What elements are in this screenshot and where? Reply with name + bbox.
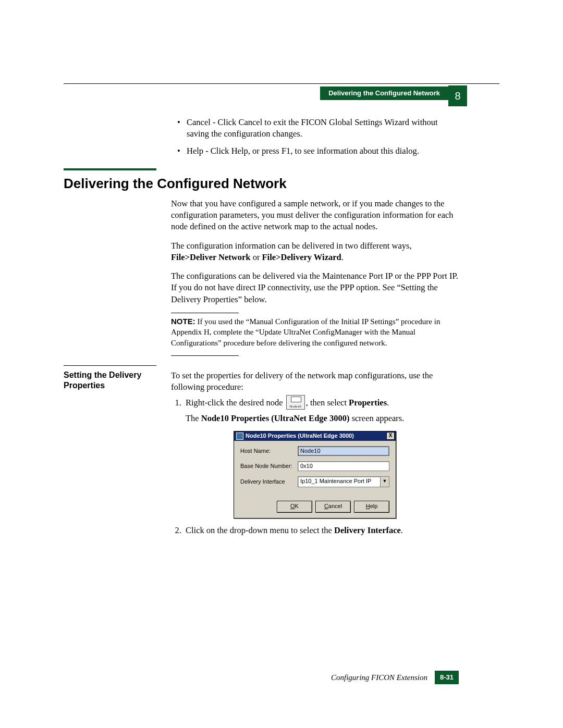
procedure-steps: Right-click the desired node Node10 , th… [171,395,459,536]
section-p2-e: . [341,252,344,262]
subsection-row: Setting the Delivery Properties To set t… [64,370,459,540]
top-rule [64,83,499,84]
node-icon-label: Node10 [287,405,304,409]
chevron-down-icon[interactable]: ▼ [380,477,389,487]
bullet-cancel: Cancel - Click Cancel to exit the FICON … [187,117,459,140]
help-button[interactable]: Help [354,501,389,513]
row-hostname: Host Name: Node10 [240,446,389,456]
section-p2-d: File>Delivery Wizard [262,252,341,262]
footer-text: Configuring FICON Extension [331,672,427,683]
section-heading: Delivering the Configured Network [64,175,459,193]
section-p1: Now that you have configured a sample ne… [171,198,459,233]
intro-bullets: Cancel - Click Cancel to exit the FICON … [171,117,459,157]
dialog-titlebar[interactable]: Node10 Properties (UltraNet Edge 3000) X [234,431,396,441]
chapter-tab: 8 [448,85,467,106]
label-hostname: Host Name: [240,447,298,455]
node-icon-box [291,397,301,402]
close-button[interactable]: X [386,432,395,440]
content: Cancel - Click Cancel to exit the FICON … [64,117,459,665]
step-2: Click on the drop-down menu to select th… [183,525,459,536]
step1-c: Properties [349,398,387,408]
note-label: NOTE: [171,317,195,326]
step2-b: Delivery Interface [334,525,401,535]
select-value: Ip10_1 Maintenance Port IP [298,477,380,487]
node-icon: Node10 [286,395,305,410]
footer-page: 8-31 [435,671,459,684]
section-p2-c: or [251,252,262,262]
row-delivery-interface: Delivery Interface Ip10_1 Maintenance Po… [240,476,389,487]
note: NOTE: If you used the “Manual Configurat… [171,316,459,348]
cancel-button[interactable]: Cancel [315,501,351,513]
step1-d: . [387,398,389,408]
sidehead-rule [64,365,156,366]
section-rule [64,168,156,170]
ok-button[interactable]: OK [277,501,312,513]
dialog-body: Host Name: Node10 Base Node Number: 0x10… [234,441,396,498]
window-icon [236,433,243,440]
step1-result-b: Node10 Properties (UltraNet Edge 3000) [201,413,350,423]
label-delivery-interface: Delivery Interface [240,478,298,486]
sub-intro: To set the properties for delivery of th… [171,370,459,393]
section-p2: The configuration information can be del… [171,240,459,264]
label-basenode: Base Node Number: [240,462,298,470]
page: Delivering the Configured Network 8 Canc… [0,0,563,728]
step2-c: . [401,525,403,535]
properties-dialog: Node10 Properties (UltraNet Edge 3000) X… [234,431,396,519]
section-p2-b: File>Deliver Network [171,252,251,262]
step1-result-a: The [186,413,201,423]
step2-a: Click on the drop-down menu to select th… [186,525,334,535]
section-p2-a: The configuration information can be del… [171,241,412,251]
note-body: If you used the “Manual Configuration of… [171,317,440,347]
section-p3: The configurations can be delivered via … [171,270,459,305]
step1-a: Right-click the desired node [186,398,285,408]
input-basenode[interactable]: 0x10 [298,461,389,471]
input-hostname[interactable]: Node10 [298,446,389,456]
running-header: Delivering the Configured Network [320,87,448,100]
step1-b: , then select [306,398,349,408]
step-1: Right-click the desired node Node10 , th… [183,395,459,518]
dialog-buttons: OK Cancel Help [234,498,396,518]
step1-result-c: screen appears. [350,413,405,423]
note-rule-top [171,313,239,313]
bullet-help: Help - Click Help, or press F1, to see i… [187,145,459,157]
sidehead: Setting the Delivery Properties [64,370,171,391]
footer: Configuring FICON Extension 8-31 [331,671,459,684]
note-rule-bottom [171,355,239,356]
sidebody: To set the properties for delivery of th… [171,370,459,540]
dialog-title: Node10 Properties (UltraNet Edge 3000) [246,432,386,440]
row-basenode: Base Node Number: 0x10 [240,461,389,471]
select-delivery-interface[interactable]: Ip10_1 Maintenance Port IP ▼ [298,476,389,487]
